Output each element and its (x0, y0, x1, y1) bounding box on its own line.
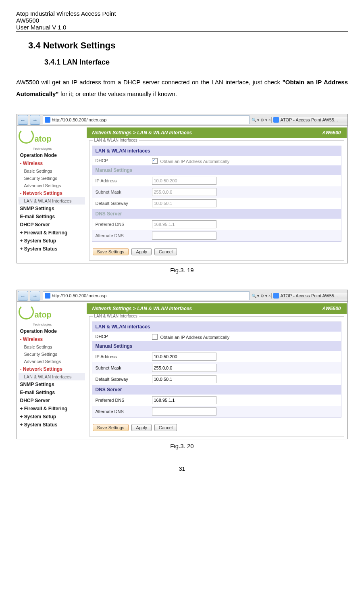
logo-subtext: Technologies (33, 147, 100, 150)
lan-wlan-fieldset: LAN & WLAN Interfaces LAN & WLAN interfa… (89, 316, 344, 436)
nav-firewall[interactable]: + Firewall & Filtering (19, 405, 85, 413)
dhcp-checkbox[interactable] (152, 158, 158, 164)
search-tools-icon[interactable]: 🔍 ▾ ⚙ ▾ × (251, 294, 271, 298)
nav-snmp[interactable]: SNMP Settings (19, 380, 85, 388)
logo-swirl-icon (19, 304, 34, 319)
pdns-input[interactable] (152, 220, 216, 228)
logo: atop (19, 128, 85, 144)
nav-operation-mode[interactable]: Operation Mode (19, 151, 85, 159)
fieldset-legend: LAN & WLAN Interfaces (93, 314, 139, 318)
pdns-label: Preferred DNS (96, 222, 152, 227)
gw-label: Default Gateway (96, 201, 152, 206)
logo-swirl-icon (19, 128, 34, 144)
section-manual-header: Manual Settings (92, 341, 341, 351)
nav-basic-settings[interactable]: Basic Settings (19, 343, 85, 351)
para-part3: for it; or enter the values manually if … (58, 90, 177, 97)
page-icon (273, 293, 279, 299)
figure-3-19-caption: Fig.3. 19 (16, 267, 348, 274)
subnet-input[interactable] (152, 188, 216, 196)
ip-input[interactable] (152, 353, 216, 361)
browser-tab[interactable]: ATOP - Access Point AW55... (271, 293, 347, 299)
breadcrumb-text: Network Settings > LAN & WLAN Interfaces (92, 130, 192, 136)
save-settings-button[interactable]: Save Settings (93, 424, 129, 431)
doc-header-line1: Atop Industrial Wireless Access Point (16, 10, 348, 17)
subsection-heading: 3.4.1 LAN Interface (44, 58, 348, 67)
nav-security-settings[interactable]: Security Settings (19, 175, 85, 182)
nav-dhcp[interactable]: DHCP Server (19, 397, 85, 405)
section-dns-header: DNS Server (92, 209, 341, 219)
section-lan-wlan-header: LAN & WLAN interfaces (92, 322, 341, 332)
nav-firewall[interactable]: + Firewall & Filtering (19, 229, 85, 237)
nav-lan-wlan[interactable]: LAN & WLAN Interfaces (19, 373, 85, 380)
nav-email[interactable]: E-mail Settings (19, 388, 85, 397)
pdns-label: Preferred DNS (96, 398, 152, 403)
nav-network-settings[interactable]: - Network Settings (19, 365, 85, 373)
cancel-button[interactable]: Cancel (154, 248, 177, 255)
logo-text: atop (35, 134, 52, 144)
nav-advanced-settings[interactable]: Advanced Settings (19, 182, 85, 189)
logo-text: atop (35, 310, 52, 319)
nav-system-setup[interactable]: + System Setup (19, 413, 85, 421)
nav-network-settings[interactable]: - Network Settings (19, 189, 85, 197)
document-header: Atop Industrial Wireless Access Point AW… (16, 10, 348, 32)
doc-header-line2: AW5500 (16, 17, 348, 24)
logo-subtext: Technologies (33, 323, 100, 326)
nav-advanced-settings[interactable]: Advanced Settings (19, 358, 85, 365)
nav-lan-wlan[interactable]: LAN & WLAN Interfaces (19, 197, 85, 205)
forward-button[interactable]: → (30, 115, 40, 125)
ie-icon (45, 293, 50, 299)
subnet-input[interactable] (152, 364, 216, 372)
adns-label: Alternate DNS (96, 233, 152, 238)
apply-button[interactable]: Apply (131, 248, 152, 255)
search-tools-icon[interactable]: 🔍 ▾ ⚙ ▾ × (251, 118, 271, 122)
adns-label: Alternate DNS (96, 409, 152, 414)
nav-snmp[interactable]: SNMP Settings (19, 205, 85, 213)
nav-wireless[interactable]: - Wireless (19, 335, 85, 343)
browser-addressbar: ← → http://10.0.50.200/index.asp 🔍 ▾ ⚙ ▾… (17, 114, 347, 126)
url-text: http://10.0.50.200/index.asp (52, 293, 107, 298)
section-manual-header: Manual Settings (92, 165, 341, 175)
url-field[interactable]: http://10.0.50.200/index.asp (43, 291, 250, 300)
browser-tab[interactable]: ATOP - Access Point AW55... (271, 117, 347, 123)
nav-operation-mode[interactable]: Operation Mode (19, 327, 85, 335)
forward-button[interactable]: → (30, 291, 40, 301)
tab-title: ATOP - Access Point AW55... (281, 293, 338, 298)
gw-input[interactable] (152, 375, 216, 383)
adns-input[interactable] (152, 407, 216, 416)
nav-system-setup[interactable]: + System Setup (19, 237, 85, 245)
content-pane: Network Settings > LAN & WLAN Interfaces… (87, 126, 347, 263)
model-label: AW5500 (322, 306, 341, 311)
dhcp-checkbox[interactable] (152, 334, 158, 340)
button-row: Save Settings Apply Cancel (89, 421, 344, 436)
gw-input[interactable] (152, 199, 216, 207)
nav-dhcp[interactable]: DHCP Server (19, 221, 85, 229)
adns-input[interactable] (152, 232, 216, 240)
lan-wlan-fieldset: LAN & WLAN Interfaces LAN & WLAN interfa… (89, 140, 344, 261)
para-part1: AW5500 will get an IP address from a DHC… (16, 79, 283, 86)
apply-button[interactable]: Apply (131, 424, 152, 431)
nav-basic-settings[interactable]: Basic Settings (19, 167, 85, 175)
dhcp-checkbox-text: Obtain an IP Address Automatically (160, 335, 230, 340)
doc-header-line3: User Manual V 1.0 (16, 24, 348, 31)
figure-3-20-screenshot: ← → http://10.0.50.200/index.asp 🔍 ▾ ⚙ ▾… (17, 290, 348, 439)
dhcp-label: DHCP (96, 158, 152, 163)
nav-system-status[interactable]: + System Status (19, 421, 85, 429)
figure-3-19-screenshot: ← → http://10.0.50.200/index.asp 🔍 ▾ ⚙ ▾… (17, 114, 348, 263)
ip-input[interactable] (152, 177, 216, 185)
nav-security-settings[interactable]: Security Settings (19, 351, 85, 358)
browser-addressbar: ← → http://10.0.50.200/index.asp 🔍 ▾ ⚙ ▾… (17, 290, 347, 302)
subnet-label: Subnet Mask (96, 190, 152, 194)
nav-email[interactable]: E-mail Settings (19, 213, 85, 221)
ip-label: IP Address (96, 178, 152, 183)
back-button[interactable]: ← (18, 291, 28, 301)
page-icon (273, 117, 279, 123)
section-heading: 3.4 Network Settings (28, 40, 348, 51)
save-settings-button[interactable]: Save Settings (93, 248, 129, 255)
url-field[interactable]: http://10.0.50.200/index.asp (43, 115, 250, 124)
nav-system-status[interactable]: + System Status (19, 245, 85, 253)
cancel-button[interactable]: Cancel (154, 424, 177, 431)
pdns-input[interactable] (152, 396, 216, 404)
back-button[interactable]: ← (18, 115, 28, 125)
nav-wireless[interactable]: - Wireless (19, 159, 85, 167)
breadcrumb-text: Network Settings > LAN & WLAN Interfaces (92, 306, 192, 311)
